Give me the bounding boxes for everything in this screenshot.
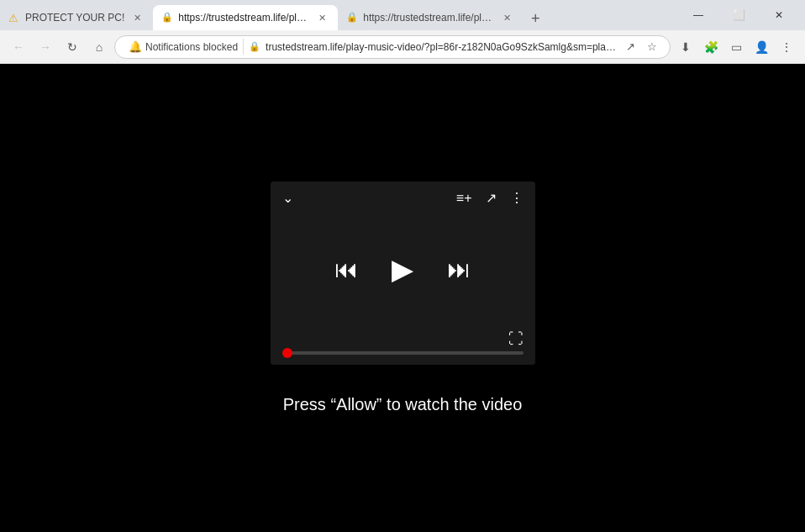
player-play-button[interactable]: ▶	[392, 252, 413, 286]
page-content: ⌄ ≡+ ↗ ⋮ ⏮ ▶ ⏭ ⛶	[0, 64, 805, 532]
url-text: trustedstream.life/play-music-video/?pl=…	[266, 41, 616, 53]
tab-protect-favicon: ⚠	[8, 12, 20, 24]
extensions-button[interactable]: 🧩	[699, 35, 723, 59]
tab-play1-favicon: 🔒	[161, 12, 173, 24]
player-chevron-down-icon[interactable]: ⌄	[282, 190, 293, 206]
tab-play1[interactable]: 🔒 https://trustedstream.life/play-m... ✕	[153, 5, 338, 30]
tabs-area: ⚠ PROTECT YOUR PC! ✕ 🔒 https://trustedst…	[0, 0, 679, 30]
titlebar: ⚠ PROTECT YOUR PC! ✕ 🔒 https://trustedst…	[0, 0, 805, 30]
player-bottom: ⛶	[271, 324, 535, 365]
tab-protect[interactable]: ⚠ PROTECT YOUR PC! ✕	[0, 5, 153, 30]
tab-protect-title: PROTECT YOUR PC!	[25, 12, 124, 24]
tab-play2[interactable]: 🔒 https://trustedstream.life/play-m... ✕	[338, 5, 523, 30]
toolbar: ← → ↻ ⌂ 🔔 Notifications blocked 🔒 truste…	[0, 30, 805, 64]
reload-button[interactable]: ↻	[61, 35, 84, 59]
toolbar-right: ⬇ 🧩 ▭ 👤 ⋮	[674, 35, 798, 59]
menu-button[interactable]: ⋮	[775, 35, 798, 59]
player-main-controls: ⏮ ▶ ⏭	[271, 214, 535, 324]
downloads-button[interactable]: ⬇	[674, 35, 697, 59]
tab-play2-title: https://trustedstream.life/play-m...	[363, 12, 494, 24]
tab-protect-close[interactable]: ✕	[129, 10, 145, 25]
tab-play2-close[interactable]: ✕	[499, 10, 514, 25]
player-top-right: ≡+ ↗ ⋮	[456, 190, 524, 206]
player-prev-button[interactable]: ⏮	[334, 255, 358, 283]
notifications-blocked-label: Notifications blocked	[145, 41, 238, 53]
player-progress-bar[interactable]	[282, 351, 524, 355]
new-tab-button[interactable]: +	[523, 7, 548, 30]
video-caption: Press “Allow” to watch the video	[283, 395, 523, 414]
player-fullscreen-row: ⛶	[282, 330, 524, 348]
notifications-blocked-indicator[interactable]: 🔔 Notifications blocked	[124, 39, 244, 55]
omnibox-actions: ↗ ☆	[621, 38, 661, 56]
player-share-icon[interactable]: ↗	[486, 190, 497, 206]
forward-button[interactable]: →	[34, 35, 57, 59]
restore-button[interactable]: ⬜	[719, 3, 758, 28]
close-button[interactable]: ✕	[760, 3, 798, 28]
player-queue-icon[interactable]: ≡+	[456, 191, 472, 206]
player-fullscreen-icon[interactable]: ⛶	[508, 330, 524, 348]
player-more-icon[interactable]: ⋮	[510, 190, 524, 206]
player-top-bar: ⌄ ≡+ ↗ ⋮	[271, 182, 535, 214]
home-button[interactable]: ⌂	[87, 35, 111, 59]
share-page-button[interactable]: ↗	[621, 38, 639, 56]
player-top-left: ⌄	[282, 190, 293, 206]
video-player: ⌄ ≡+ ↗ ⋮ ⏮ ▶ ⏭ ⛶	[271, 182, 535, 365]
tab-play1-close[interactable]: ✕	[314, 10, 329, 25]
browser-window: ⚠ PROTECT YOUR PC! ✕ 🔒 https://trustedst…	[0, 0, 805, 532]
player-progress-dot[interactable]	[282, 348, 292, 358]
window-controls: — ⬜ ✕	[679, 3, 805, 28]
tab-play1-title: https://trustedstream.life/play-m...	[178, 12, 309, 24]
address-bar[interactable]: 🔔 Notifications blocked 🔒 trustedstream.…	[114, 35, 671, 59]
back-button[interactable]: ←	[7, 35, 30, 59]
security-lock-icon: 🔒	[249, 41, 260, 52]
bell-blocked-icon: 🔔	[129, 40, 142, 53]
minimize-button[interactable]: —	[679, 3, 718, 28]
profile-button[interactable]: 👤	[750, 35, 773, 59]
tab-play2-favicon: 🔒	[346, 12, 358, 24]
sidebar-button[interactable]: ▭	[724, 35, 748, 59]
player-next-button[interactable]: ⏭	[447, 255, 471, 283]
bookmark-button[interactable]: ☆	[643, 38, 661, 56]
